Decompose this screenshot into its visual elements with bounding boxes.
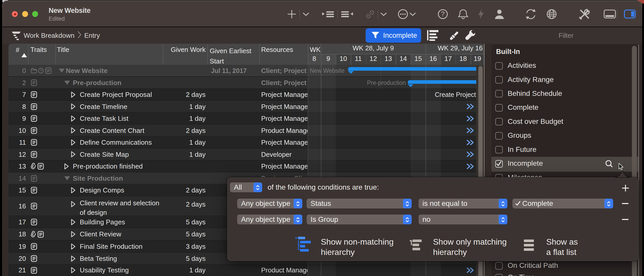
svg-text:?: ?	[441, 10, 445, 17]
